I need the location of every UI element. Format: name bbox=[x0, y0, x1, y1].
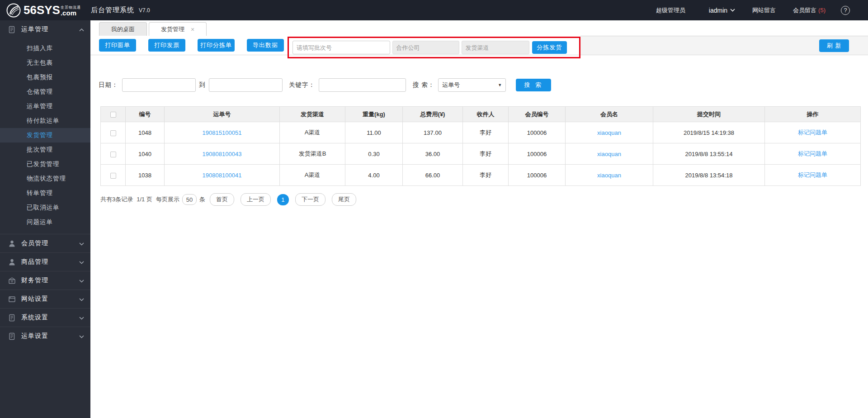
cell-action: 标记问题单 bbox=[765, 122, 861, 143]
column-header-8: 提交时间 bbox=[653, 107, 765, 122]
waybill-table: 编号运单号发货渠道重量(kg)总费用(¥)收件人会员编号会员名提交时间操作 10… bbox=[100, 106, 861, 186]
sidebar-item-0-2[interactable]: 包裹预报 bbox=[0, 70, 90, 85]
column-header-0: 编号 bbox=[126, 107, 165, 122]
select-all-checkbox[interactable] bbox=[110, 112, 116, 118]
sidebar-section-header-5[interactable]: 系统设置 bbox=[0, 309, 90, 327]
table-row: 1048190815100051A渠道11.00137.00李好100006xi… bbox=[101, 122, 861, 143]
top-header-bar: 56SYS 全景物流通 .com 后台管理系统 V7.0 超级管理员 iadmi… bbox=[0, 0, 868, 20]
sidebar: 运单管理扫描入库无主包裹包裹预报仓储管理运单管理待付款运单发货管理批次管理已发货… bbox=[0, 20, 90, 418]
waybill-link[interactable]: 190815100051 bbox=[203, 129, 242, 136]
message-count-badge: (5) bbox=[818, 7, 826, 14]
mark-problem-link[interactable]: 标记问题单 bbox=[798, 150, 827, 157]
cell-waybill: 190808100041 bbox=[165, 165, 280, 186]
search-type-select[interactable]: 运单号 ▼ bbox=[438, 78, 506, 92]
sort-ship-button[interactable]: 分拣发货 bbox=[532, 41, 567, 54]
cell-action: 标记问题单 bbox=[765, 143, 861, 165]
batch-number-input[interactable] bbox=[292, 41, 390, 54]
cell-action: 标记问题单 bbox=[765, 165, 861, 186]
member-link[interactable]: xiaoquan bbox=[597, 151, 621, 157]
waybill-link[interactable]: 190808100041 bbox=[203, 172, 242, 179]
last-page-button[interactable]: 尾页 bbox=[332, 193, 356, 206]
sidebar-item-0-10[interactable]: 转单管理 bbox=[0, 186, 90, 200]
sidebar-item-0-5[interactable]: 待付款运单 bbox=[0, 114, 90, 128]
pagination-bar: 共有3条记录 1/1 页 每页展示 50 条 首页 上一页 1 下一页 尾页 bbox=[100, 193, 868, 206]
logo-text: 56SYS bbox=[24, 3, 60, 17]
row-checkbox[interactable] bbox=[110, 173, 116, 179]
cell-member: xiaoquan bbox=[566, 143, 653, 165]
waybill-link[interactable]: 190808100043 bbox=[203, 151, 242, 157]
browser-icon bbox=[8, 295, 16, 303]
cell-weight: 0.30 bbox=[345, 143, 403, 165]
sidebar-item-0-0[interactable]: 扫描入库 bbox=[0, 41, 90, 56]
sidebar-section-header-1[interactable]: 会员管理 bbox=[0, 234, 90, 252]
doc-icon bbox=[8, 332, 16, 340]
toolbar-button-0[interactable]: 打印面单 bbox=[99, 39, 136, 52]
sidebar-item-0-3[interactable]: 仓储管理 bbox=[0, 85, 90, 99]
username[interactable]: iadmin bbox=[709, 7, 727, 14]
user-menu[interactable]: iadmin bbox=[703, 7, 735, 14]
next-page-button[interactable]: 下一页 bbox=[295, 193, 326, 206]
partner-company-input[interactable] bbox=[392, 41, 459, 54]
sidebar-section-label: 运单管理 bbox=[21, 25, 79, 33]
sidebar-item-0-8[interactable]: 已发货管理 bbox=[0, 157, 90, 171]
topbar-nav-item-0[interactable]: 网站留言 bbox=[752, 6, 776, 14]
sidebar-section-label: 运单设置 bbox=[21, 332, 79, 340]
search-button[interactable]: 搜 索 bbox=[516, 79, 551, 91]
table-row: 1038190808100041A渠道4.0066.00李好100006xiao… bbox=[101, 165, 861, 186]
sidebar-item-0-6[interactable]: 发货管理 bbox=[0, 128, 90, 142]
sidebar-item-0-4[interactable]: 运单管理 bbox=[0, 99, 90, 114]
cell-time: 2019/8/15 14:19:38 bbox=[653, 122, 765, 143]
member-link[interactable]: xiaoquan bbox=[597, 172, 621, 179]
sidebar-section-header-3[interactable]: 财务管理 bbox=[0, 271, 90, 290]
sidebar-section-header-4[interactable]: 网站设置 bbox=[0, 290, 90, 308]
tab-0[interactable]: 我的桌面 bbox=[99, 22, 147, 36]
sidebar-section-2: 商品管理 bbox=[0, 252, 90, 271]
refresh-button[interactable]: 刷 新 bbox=[819, 39, 849, 52]
sidebar-item-0-12[interactable]: 问题运单 bbox=[0, 215, 90, 229]
content-panel: 日期： 到 关键字： 搜 索： 运单号 ▼ 搜 索 bbox=[90, 55, 868, 418]
sidebar-section-label: 系统设置 bbox=[21, 314, 79, 322]
cell-channel: A渠道 bbox=[280, 165, 345, 186]
help-icon[interactable]: ? bbox=[841, 6, 850, 15]
main-area: 我的桌面发货管理× 打印面单打印发票打印分拣单导出数据 分拣发货 刷 新 bbox=[90, 20, 868, 418]
logo: 56SYS 全景物流通 .com bbox=[6, 3, 81, 18]
sidebar-section-header-0[interactable]: 运单管理 bbox=[0, 20, 90, 38]
mark-problem-link[interactable]: 标记问题单 bbox=[798, 171, 827, 178]
cell-fee: 36.00 bbox=[403, 143, 463, 165]
toolbar-button-1[interactable]: 打印发票 bbox=[148, 39, 185, 52]
tab-close-icon[interactable]: × bbox=[191, 26, 194, 33]
current-page-button[interactable]: 1 bbox=[277, 194, 289, 205]
sidebar-section-1: 会员管理 bbox=[0, 234, 90, 252]
toolbar-button-2[interactable]: 打印分拣单 bbox=[198, 39, 235, 52]
sidebar-item-0-1[interactable]: 无主包裹 bbox=[0, 56, 90, 70]
row-checkbox[interactable] bbox=[110, 152, 116, 157]
per-page-input[interactable]: 50 bbox=[182, 194, 197, 205]
first-page-button[interactable]: 首页 bbox=[210, 193, 234, 206]
shipping-channel-input[interactable] bbox=[462, 41, 529, 54]
keyword-label: 关键字： bbox=[289, 81, 315, 89]
chevron-down-icon bbox=[730, 9, 735, 12]
tab-1[interactable]: 发货管理× bbox=[149, 22, 207, 36]
keyword-input[interactable] bbox=[319, 78, 406, 92]
prev-page-button[interactable]: 上一页 bbox=[241, 193, 271, 206]
date-label: 日期： bbox=[99, 81, 118, 89]
sidebar-submenu: 扫描入库无主包裹包裹预报仓储管理运单管理待付款运单发货管理批次管理已发货管理物流… bbox=[0, 38, 90, 234]
sidebar-item-0-9[interactable]: 物流状态管理 bbox=[0, 171, 90, 186]
sidebar-section-header-2[interactable]: 商品管理 bbox=[0, 253, 90, 271]
date-from-input[interactable] bbox=[122, 78, 196, 92]
mark-problem-link[interactable]: 标记问题单 bbox=[798, 129, 827, 136]
table-row: 1040190808100043发货渠道B0.3036.00李好100006xi… bbox=[101, 143, 861, 165]
toolbar-button-3[interactable]: 导出数据 bbox=[247, 39, 284, 52]
date-to-input[interactable] bbox=[209, 78, 283, 92]
cell-waybill: 190808100043 bbox=[165, 143, 280, 165]
sidebar-item-0-11[interactable]: 已取消运单 bbox=[0, 200, 90, 215]
sidebar-item-0-7[interactable]: 批次管理 bbox=[0, 142, 90, 157]
row-checkbox[interactable] bbox=[110, 130, 116, 136]
topbar-nav-item-1[interactable]: 会员留言(5) bbox=[793, 6, 826, 14]
member-link[interactable]: xiaoquan bbox=[597, 129, 621, 136]
sidebar-section-header-6[interactable]: 运单设置 bbox=[0, 327, 90, 345]
column-header-7: 会员名 bbox=[566, 107, 653, 122]
column-header-1: 运单号 bbox=[165, 107, 280, 122]
person-icon bbox=[8, 240, 16, 247]
cell-member: xiaoquan bbox=[566, 165, 653, 186]
